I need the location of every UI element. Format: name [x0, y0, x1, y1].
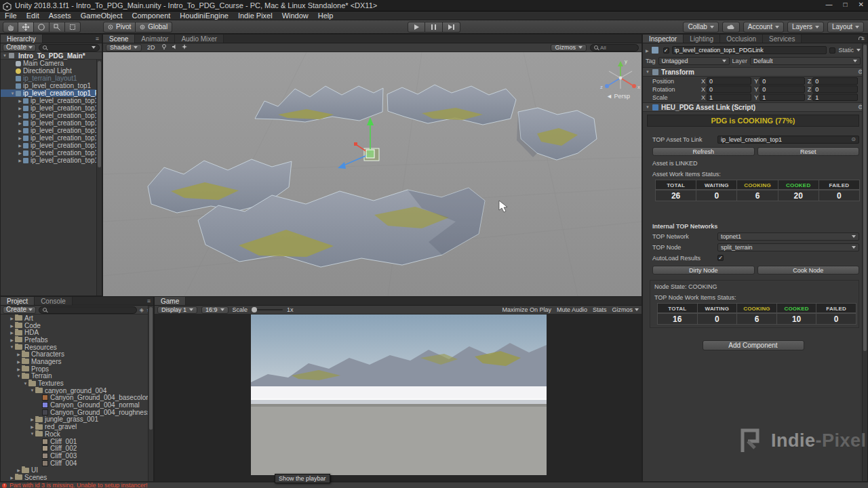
scene-header-row[interactable]: ▼ Intro_To_PDG_Main* — [1, 52, 102, 60]
menu-item-gameobject[interactable]: GameObject — [76, 12, 127, 20]
pivot-toggle-button[interactable]: Pivot — [103, 22, 136, 33]
project-item[interactable]: ▼Textures — [1, 380, 153, 387]
move-tool-button[interactable] — [18, 22, 34, 33]
hierarchy-item[interactable]: ▶ip_level_creation_top1_topn — [1, 149, 102, 157]
minimize-icon[interactable]: — — [826, 1, 833, 8]
collab-dropdown[interactable]: Collab — [683, 22, 718, 33]
hierarchy-item[interactable]: Directional Light — [1, 67, 102, 75]
reset-button[interactable]: Reset — [757, 147, 860, 156]
scene-effects-dropdown[interactable] — [181, 43, 188, 52]
menu-item-component[interactable]: Component — [127, 12, 175, 20]
project-item[interactable]: Cliff_004 — [1, 460, 153, 467]
transform-component-header[interactable]: ▼ Transform ⚙ — [643, 67, 867, 77]
menu-item-edit[interactable]: Edit — [22, 12, 44, 20]
foldout-collapsed-icon[interactable]: ▶ — [9, 316, 15, 321]
display-dropdown[interactable]: Display 1 — [157, 306, 197, 314]
foldout-expanded-icon[interactable]: ▼ — [22, 382, 28, 386]
project-item[interactable]: ▶Art — [1, 314, 153, 322]
hierarchy-item[interactable]: ▶ip_level_creation_top1_topn — [1, 97, 102, 104]
enabled-checkbox[interactable]: ✓ — [663, 47, 669, 54]
hierarchy-item[interactable]: ▶ip_level_creation_top1_topn — [1, 134, 102, 142]
hierarchy-item[interactable]: ▶ip_level_creation_top1_topn — [1, 142, 102, 149]
layer-dropdown[interactable]: Default — [750, 57, 861, 65]
project-item[interactable]: ▼Rock — [1, 430, 153, 438]
tab-occlusion[interactable]: Occlusion — [720, 35, 763, 43]
maximize-on-play-toggle[interactable]: Maximize On Play — [502, 306, 551, 313]
add-component-button[interactable]: Add Component — [703, 340, 804, 350]
layers-dropdown[interactable]: Layers — [787, 22, 824, 33]
gizmos-dropdown[interactable]: Gizmos — [551, 44, 587, 52]
top-node-dropdown[interactable]: split_terrain — [717, 243, 859, 251]
pdg-component-header[interactable]: ▼ HEU_PDG Asset Link (Script) ⚙ — [643, 102, 867, 112]
tab-services[interactable]: Services — [763, 35, 802, 43]
foldout-expanded-icon[interactable]: ▼ — [29, 388, 35, 392]
cook-node-button[interactable]: Cook Node — [757, 266, 860, 274]
project-item[interactable]: Cliff_003 — [1, 452, 153, 460]
foldout-collapsed-icon[interactable]: ▶ — [16, 352, 22, 357]
hierarchy-item[interactable]: ▶ip_level_creation_top1_topn — [1, 157, 102, 164]
hierarchy-create-button[interactable]: Create — [3, 44, 36, 52]
project-item[interactable]: ▶UI — [1, 466, 153, 474]
tab-animator[interactable]: Animator — [135, 35, 175, 43]
foldout-expanded-icon[interactable]: ▼ — [646, 105, 650, 109]
axis-value-field[interactable]: 1 — [812, 94, 858, 101]
tag-dropdown[interactable]: Untagged — [658, 57, 730, 65]
scale-slider[interactable] — [252, 309, 283, 310]
project-item[interactable]: ▶jungle_grass_001 — [1, 416, 153, 424]
tab-project[interactable]: Project — [1, 297, 35, 305]
global-toggle-button[interactable]: Global — [136, 22, 172, 33]
axis-value-field[interactable]: 0 — [812, 77, 858, 85]
tab-game[interactable]: Game — [155, 297, 186, 305]
tab-audio-mixer[interactable]: Audio Mixer — [175, 35, 224, 43]
object-name-field[interactable]: ip_level_creation_top1_PDGLink — [672, 46, 827, 54]
menu-item-window[interactable]: Window — [277, 12, 313, 20]
foldout-collapsed-icon[interactable]: ▶ — [17, 113, 23, 118]
foldout-collapsed-icon[interactable]: ▶ — [17, 158, 23, 163]
tab-hierarchy[interactable]: Hierarchy — [1, 35, 43, 43]
hierarchy-item[interactable]: ▶ip_level_creation_top1_topn — [1, 127, 102, 134]
foldout-expanded-icon[interactable]: ▼ — [29, 432, 35, 436]
axis-value-field[interactable]: 1 — [760, 94, 804, 101]
dirty-node-button[interactable]: Dirty Node — [652, 266, 755, 274]
hierarchy-search-input[interactable] — [39, 44, 100, 52]
project-item[interactable]: ▶Props — [1, 365, 153, 373]
inspector-scrollbar[interactable] — [862, 43, 867, 481]
game-gizmos-dropdown[interactable]: Gizmos — [612, 306, 639, 313]
foldout-expanded-icon[interactable]: ▼ — [16, 374, 22, 378]
scene-viewport[interactable]: y x z ◄ Persp — [103, 52, 642, 296]
axis-value-field[interactable]: 0 — [707, 85, 751, 93]
foldout-collapsed-icon[interactable]: ▶ — [29, 424, 35, 429]
axis-value-field[interactable]: 0 — [707, 77, 751, 85]
menu-item-assets[interactable]: Assets — [44, 12, 76, 20]
axis-value-field[interactable]: 1 — [707, 94, 751, 101]
axis-value-field[interactable]: 0 — [760, 85, 804, 93]
scale-slider-knob[interactable] — [252, 307, 257, 312]
hierarchy-item[interactable]: ▶ip_level_creation_top1_topn — [1, 112, 102, 119]
stats-toggle[interactable]: Stats — [593, 306, 607, 313]
hierarchy-item[interactable]: ▶ip_level_creation_top1_topn — [1, 119, 102, 127]
scale-tool-button[interactable] — [50, 22, 65, 33]
panel-menu-icon[interactable]: ≡ — [147, 298, 151, 304]
project-search-input[interactable] — [39, 306, 137, 314]
project-item[interactable]: ▶red_gravel — [1, 423, 153, 430]
project-item[interactable]: Canyon_Ground_004_roughness — [1, 409, 153, 416]
hierarchy-item[interactable]: ▶ip_level_creation_top1_topn — [1, 104, 102, 112]
tab-console[interactable]: Console — [35, 297, 73, 305]
project-item[interactable]: ▶Characters — [1, 350, 153, 358]
cloud-button[interactable] — [722, 22, 740, 33]
layout-dropdown[interactable]: Layout — [827, 22, 864, 33]
top-asset-object-field[interactable]: ip_level_creation_top1⊙ — [717, 136, 859, 144]
foldout-collapsed-icon[interactable]: ▶ — [17, 136, 23, 140]
rotate-tool-button[interactable] — [34, 22, 50, 33]
project-item[interactable]: ▶Scenes — [1, 474, 153, 481]
menu-item-houdiniengine[interactable]: HoudiniEngine — [175, 12, 233, 20]
scene-audio-toggle[interactable] — [171, 43, 178, 52]
project-create-button[interactable]: Create — [3, 306, 36, 314]
foldout-collapsed-icon[interactable]: ▶ — [17, 121, 23, 125]
play-button[interactable] — [408, 22, 425, 33]
foldout-collapsed-icon[interactable]: ▶ — [9, 330, 15, 335]
foldout-expanded-icon[interactable]: ▼ — [646, 70, 650, 74]
project-item[interactable]: Cliff_002 — [1, 445, 153, 452]
project-item[interactable]: Canyon_Ground_004_basecolor — [1, 394, 153, 402]
hierarchy-item[interactable]: Main Camera — [1, 60, 102, 67]
